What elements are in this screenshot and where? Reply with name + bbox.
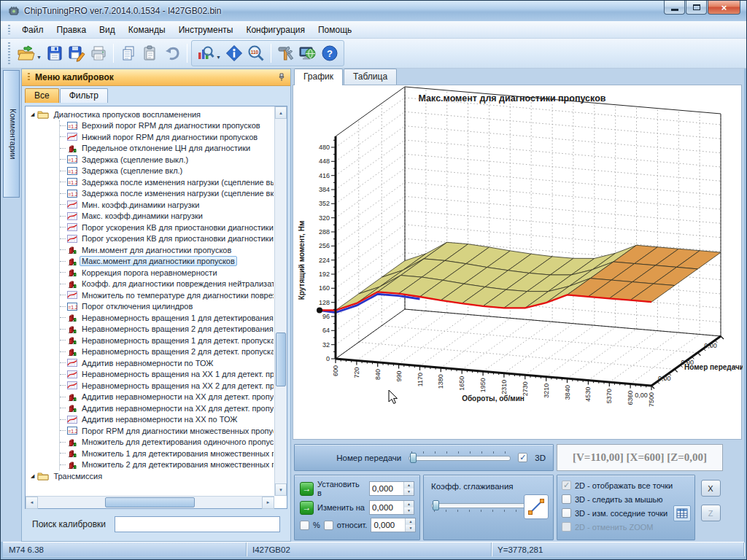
spin-down-icon[interactable]: ▼ bbox=[404, 489, 414, 495]
scroll-down-icon[interactable]: ▼ bbox=[275, 483, 287, 496]
spin-down-icon[interactable]: ▼ bbox=[406, 525, 415, 532]
pin-icon[interactable] bbox=[277, 73, 286, 82]
tab-table[interactable]: Таблица bbox=[344, 69, 397, 85]
maximize-button[interactable] bbox=[686, 1, 707, 15]
tree-item[interactable]: =1.2Задержка (сцепление вкл.) bbox=[60, 166, 274, 177]
tools-button[interactable] bbox=[275, 42, 297, 64]
menu-commands[interactable]: Команды bbox=[122, 23, 172, 37]
spin-up-icon[interactable]: ▲ bbox=[406, 518, 415, 525]
tree-item[interactable]: Неравномерность вращения 1 для детектиро… bbox=[60, 312, 274, 324]
horizontal-scrollbar[interactable]: ◄ ► bbox=[26, 496, 274, 508]
properties-button[interactable] bbox=[223, 42, 245, 64]
tab-all[interactable]: Все bbox=[25, 88, 59, 103]
tree-item[interactable]: Аддитив неравномерности на ХХ по ТОЖ bbox=[60, 414, 274, 426]
apply-set-button[interactable]: → bbox=[300, 482, 314, 496]
tree-item[interactable]: =1.2Порог отключения цилиндров bbox=[60, 301, 274, 313]
gear-slider[interactable] bbox=[409, 451, 511, 464]
vertical-scrollbar[interactable]: ▲ ▼ bbox=[274, 106, 287, 496]
chart-area[interactable]: Макс.момент для диагностики пропусков032… bbox=[293, 85, 742, 440]
tree-item[interactable]: Предельное отклонение ЦН для диагностики bbox=[60, 143, 274, 155]
scrollbar-thumb[interactable] bbox=[105, 497, 195, 508]
print-button[interactable] bbox=[88, 42, 109, 64]
tab-filter[interactable]: Фильтр bbox=[60, 88, 108, 103]
expand-arrow-icon[interactable]: ◢ bbox=[31, 112, 34, 117]
tree-item[interactable]: =1.2Задержка после изменения нагрузки (с… bbox=[60, 188, 274, 200]
table-grid-button[interactable] bbox=[673, 505, 691, 521]
zoom-button[interactable]: 110 bbox=[245, 42, 267, 64]
tree-item[interactable]: =1.2Задержка (сцепление выкл.) bbox=[60, 154, 274, 166]
relative-checkbox[interactable] bbox=[324, 521, 333, 530]
save-as-button[interactable] bbox=[66, 42, 88, 64]
spin-up-icon[interactable]: ▲ bbox=[404, 501, 414, 508]
tree-folder[interactable]: ◢Трансмиссия bbox=[26, 470, 274, 482]
tree-item[interactable]: =1.2Верхний порог RPM для диагностики пр… bbox=[60, 120, 274, 132]
scroll-up-icon[interactable]: ▲ bbox=[275, 106, 287, 119]
help-button[interactable]: ? bbox=[319, 42, 341, 64]
undo-button[interactable] bbox=[161, 42, 183, 64]
save-button[interactable] bbox=[44, 42, 66, 64]
copy-button[interactable] bbox=[117, 42, 139, 64]
tree-item[interactable]: Мин. коэфф.динамики нагрузки bbox=[60, 199, 274, 211]
tree-item[interactable]: Неравномерность вращения на ХХ 1 для дет… bbox=[60, 369, 274, 381]
close-button[interactable]: × bbox=[708, 1, 740, 15]
spin-down-icon[interactable]: ▼ bbox=[404, 508, 414, 514]
minimize-button[interactable] bbox=[664, 1, 685, 15]
3d-checkbox[interactable] bbox=[518, 453, 527, 462]
menu-edit[interactable]: Правка bbox=[50, 23, 93, 37]
percent-checkbox[interactable] bbox=[300, 521, 309, 530]
tree-folder[interactable]: ◢Диагностика пропусков воспламенения bbox=[26, 109, 274, 120]
open-file-button[interactable] bbox=[15, 42, 37, 64]
tree-item[interactable]: Множитель 2 для детектирования множестве… bbox=[60, 459, 274, 471]
tree-item[interactable]: Неравномерность вращения 2 для детектиро… bbox=[60, 324, 274, 335]
tree-item[interactable]: Мин.момент для диагностики пропусков bbox=[60, 244, 274, 256]
tree-item[interactable]: Коррекция порога неравномерности bbox=[60, 267, 274, 279]
paste-button[interactable] bbox=[139, 42, 161, 64]
tab-graph[interactable]: График bbox=[294, 69, 343, 85]
relative-input[interactable] bbox=[371, 518, 405, 532]
view-graph-button[interactable] bbox=[195, 42, 217, 64]
x-axis-button[interactable]: X bbox=[701, 480, 721, 497]
apply-change-button[interactable]: → bbox=[300, 501, 314, 515]
tree-item[interactable]: Аддитив неравномерности на ХХ для детект… bbox=[60, 402, 274, 414]
scrollbar-thumb[interactable] bbox=[276, 332, 286, 387]
chevron-down-icon[interactable]: ▼ bbox=[36, 55, 42, 60]
slider-thumb[interactable] bbox=[410, 453, 417, 463]
change-by-input[interactable] bbox=[370, 501, 403, 514]
tree-item[interactable]: Макс.момент для диагностики пропусков bbox=[60, 256, 274, 268]
tree-item[interactable]: =1.2Порог RPM для диагностики множествен… bbox=[60, 425, 274, 437]
tree-item[interactable]: Неравномерность вращения 2 для детект. п… bbox=[60, 346, 274, 358]
chevron-down-icon[interactable]: ▼ bbox=[216, 55, 221, 60]
menu-help[interactable]: Помощь bbox=[311, 23, 358, 37]
online-update-button[interactable] bbox=[297, 42, 319, 64]
interpolate-button[interactable] bbox=[524, 494, 549, 519]
scroll-right-icon[interactable]: ► bbox=[262, 497, 274, 509]
search-input[interactable] bbox=[115, 516, 280, 532]
tree-item[interactable]: Неравномерность вращения на ХХ 2 для дет… bbox=[60, 380, 274, 392]
smoothing-slider[interactable] bbox=[431, 499, 539, 512]
z-axis-button[interactable]: Z bbox=[701, 505, 721, 521]
tree-item[interactable]: Нижний порог RPM для диагностики пропуск… bbox=[60, 131, 274, 143]
set-to-input[interactable] bbox=[370, 482, 403, 495]
tree-item[interactable]: Множитель для детектирования одиночного … bbox=[60, 437, 274, 448]
option-checkbox[interactable] bbox=[562, 494, 571, 504]
tree-item[interactable]: Порог ускорения КВ для приостановки диаг… bbox=[60, 233, 274, 245]
menu-configuration[interactable]: Конфигурация bbox=[239, 23, 311, 37]
tree-item[interactable]: Множитель по температуре для диагностики… bbox=[60, 289, 274, 301]
tree-item[interactable]: =1.2Задержка после изменения нагрузки (с… bbox=[60, 176, 274, 188]
tree-item[interactable]: Аддитив неравномерности на ХХ для детект… bbox=[60, 392, 274, 403]
tree-item[interactable]: Коэфф. для диагностики повреждения нейтр… bbox=[60, 279, 274, 290]
menu-instruments[interactable]: Инструменты bbox=[172, 23, 240, 37]
tree-item[interactable]: Аддитив неравномерности по ТОЖ bbox=[60, 357, 274, 369]
scroll-left-icon[interactable]: ◄ bbox=[26, 497, 38, 509]
option-checkbox[interactable] bbox=[562, 508, 571, 518]
menu-file[interactable]: Файл bbox=[15, 23, 50, 37]
slider-thumb[interactable] bbox=[433, 500, 439, 510]
tree-item[interactable]: Неравномерность вращения 1 для детект. п… bbox=[60, 335, 274, 346]
tree-item[interactable]: Порог ускорения КВ для приостановки диаг… bbox=[60, 222, 274, 233]
menu-view[interactable]: Вид bbox=[93, 23, 122, 37]
tree-item[interactable]: Макс. коэфф.динамики нагрузки bbox=[60, 211, 274, 222]
spin-up-icon[interactable]: ▲ bbox=[404, 482, 414, 489]
comments-tab[interactable]: Комментарии bbox=[3, 70, 20, 198]
tree-item[interactable]: Множитель 1 для детектирования множестве… bbox=[60, 448, 274, 459]
expand-arrow-icon[interactable]: ◢ bbox=[31, 473, 34, 479]
